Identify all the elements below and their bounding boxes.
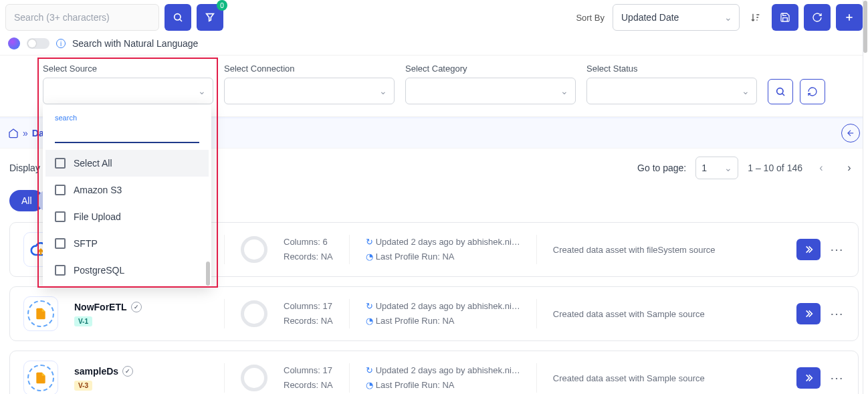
- asset-title-col: sampleDs✓ V-3: [74, 366, 208, 391]
- history-icon: ◔: [366, 252, 373, 262]
- reset-filter-button[interactable]: [800, 79, 825, 104]
- asset-title[interactable]: sampleDs✓: [74, 366, 208, 377]
- dropdown-item[interactable]: SFTP: [45, 230, 209, 257]
- history-icon: ◔: [366, 316, 373, 326]
- nl-search-label: Search with Natural Language: [72, 38, 198, 49]
- pager: Go to page: 1 ⌄ 1 – 10 of 146 ‹ ›: [637, 157, 859, 179]
- svg-point-4: [777, 88, 783, 94]
- more-menu[interactable]: ⋯: [830, 370, 845, 386]
- asset-updated: ↻Updated 2 days ago by abhishek.ni… ◔Las…: [366, 235, 520, 264]
- search-icon: [775, 86, 786, 97]
- filter-connection: Select Connection ⌄: [224, 64, 395, 104]
- double-chevron-right-icon: [803, 373, 814, 383]
- chevron-down-icon: ⌄: [198, 86, 206, 96]
- clock-icon: ↻: [366, 365, 373, 375]
- asset-created: Created data asset with fileSystem sourc…: [553, 245, 780, 255]
- filter-status: Select Status ⌄: [586, 64, 757, 104]
- filter-button[interactable]: 0: [197, 4, 223, 31]
- document-icon: [34, 307, 47, 320]
- more-menu[interactable]: ⋯: [830, 306, 845, 322]
- sort-by-value: Updated Date: [621, 12, 679, 23]
- dropdown-item[interactable]: File Upload: [45, 203, 209, 230]
- sort-by-label: Sort By: [576, 13, 605, 23]
- add-button[interactable]: [836, 4, 863, 31]
- search-button[interactable]: [165, 4, 191, 31]
- checkbox[interactable]: [55, 185, 66, 195]
- clock-icon: ↻: [366, 301, 373, 311]
- prev-page-button[interactable]: ‹: [812, 159, 831, 177]
- svg-line-5: [782, 94, 784, 96]
- source-dropdown: search Select All Amazon S3 File Upload …: [43, 104, 211, 286]
- dropdown-search-label: search: [45, 114, 209, 122]
- ai-orb-icon: [8, 37, 20, 50]
- filter-status-label: Select Status: [586, 64, 757, 74]
- reset-icon: [807, 86, 818, 97]
- search-input[interactable]: [5, 4, 159, 31]
- top-bar: 0 Sort By Updated Date ⌄: [0, 0, 868, 35]
- checkbox[interactable]: [55, 265, 66, 276]
- nl-search-row: i Search with Natural Language: [0, 35, 868, 55]
- arrow-left-icon: [846, 128, 855, 138]
- document-icon: [34, 371, 47, 385]
- filter-connection-select[interactable]: ⌄: [224, 78, 395, 104]
- run-button[interactable]: [796, 367, 821, 389]
- dropdown-item-select-all[interactable]: Select All: [45, 150, 209, 177]
- version-badge: V-3: [74, 381, 92, 391]
- filter-icon: [205, 12, 215, 23]
- info-icon[interactable]: i: [56, 39, 66, 48]
- page-range: 1 – 10 of 146: [748, 163, 802, 173]
- asset-actions: ⋯: [796, 239, 845, 260]
- asset-meta: Columns: 17 Records: NA: [284, 363, 333, 393]
- breadcrumb-separator: »: [23, 128, 28, 138]
- check-icon: ✓: [131, 302, 142, 312]
- scrollbar-thumb[interactable]: [863, 1, 867, 53]
- display-label: Display: [9, 163, 40, 173]
- save-icon: [780, 12, 790, 23]
- sort-by-select[interactable]: Updated Date ⌄: [613, 4, 740, 31]
- checkbox[interactable]: [55, 211, 66, 222]
- svg-line-1: [180, 19, 182, 21]
- asset-actions: ⋯: [796, 367, 845, 389]
- asset-icon: [23, 361, 58, 394]
- chevron-down-icon: ⌄: [724, 163, 732, 173]
- checkbox[interactable]: [55, 158, 66, 169]
- filter-status-select[interactable]: ⌄: [586, 78, 757, 104]
- asset-card: sampleDs✓ V-3 Columns: 17 Records: NA ↻U…: [9, 351, 859, 394]
- sort-order-icon: [750, 12, 761, 23]
- dropdown-search-input[interactable]: [55, 123, 199, 143]
- asset-created: Created data asset with Sample source: [553, 309, 780, 319]
- filter-connection-label: Select Connection: [224, 64, 395, 74]
- run-button[interactable]: [796, 239, 821, 260]
- nl-toggle[interactable]: [27, 38, 49, 49]
- version-badge: V-1: [74, 316, 92, 326]
- next-page-button[interactable]: ›: [840, 159, 859, 177]
- asset-updated: ↻Updated 2 days ago by abhishek.ni… ◔Las…: [366, 299, 520, 328]
- chevron-down-icon: ⌄: [742, 86, 750, 96]
- history-icon: ◔: [366, 380, 373, 390]
- more-menu[interactable]: ⋯: [830, 241, 845, 258]
- chevron-down-icon: ⌄: [379, 86, 387, 96]
- save-button[interactable]: [772, 4, 798, 31]
- asset-created: Created data asset with Sample source: [553, 373, 780, 383]
- plus-icon: [844, 12, 855, 23]
- go-to-page-label: Go to page:: [637, 163, 686, 173]
- dropdown-scrollbar[interactable]: [206, 262, 210, 286]
- progress-circle: [241, 236, 267, 263]
- back-button[interactable]: [841, 124, 860, 142]
- sort-direction-button[interactable]: [745, 4, 766, 31]
- dropdown-item[interactable]: PostgreSQL: [45, 257, 209, 284]
- search-icon: [173, 12, 183, 23]
- apply-filter-button[interactable]: [768, 79, 793, 104]
- checkbox[interactable]: [55, 238, 66, 249]
- filter-category: Select Category ⌄: [405, 64, 576, 104]
- filter-category-select[interactable]: ⌄: [405, 78, 576, 104]
- asset-title[interactable]: NowForETL✓: [74, 302, 208, 312]
- home-icon[interactable]: [8, 128, 19, 138]
- run-button[interactable]: [796, 303, 821, 324]
- double-chevron-right-icon: [803, 308, 814, 319]
- dropdown-item[interactable]: Amazon S3: [45, 177, 209, 203]
- page-select[interactable]: 1 ⌄: [695, 157, 738, 179]
- asset-meta: Columns: 6 Records: NA: [284, 235, 333, 264]
- refresh-button[interactable]: [804, 4, 831, 31]
- filter-source-select[interactable]: ⌄: [43, 78, 213, 104]
